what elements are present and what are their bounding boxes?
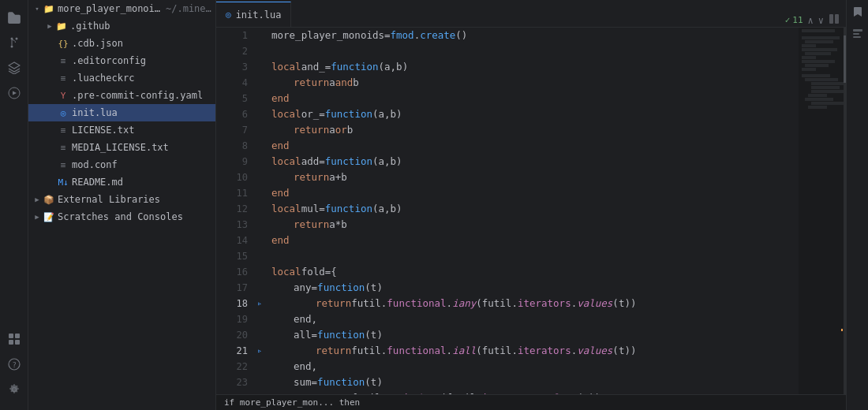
sidebar-item-external-libs[interactable]: ▶ 📦 External Libraries [28, 191, 215, 208]
run-icon[interactable] [3, 82, 25, 104]
fold-gutter: ▹ ▹ ▹ [254, 28, 265, 394]
svg-text:?: ? [12, 361, 16, 369]
code-line-7: return a or b [271, 122, 799, 138]
folder-icon: 📁 [43, 3, 55, 14]
chevron-right-icon: ▶ [32, 211, 43, 222]
tab-label: init.lua [236, 9, 282, 20]
sidebar-item-label: .github [70, 20, 110, 32]
code-line-8: end [271, 138, 799, 154]
layout-icon[interactable] [829, 13, 840, 27]
svg-rect-7 [15, 340, 20, 345]
code-line-4: return a and b [271, 75, 799, 91]
code-line-19: end, [271, 311, 799, 327]
code-line-17: any = function(t) [271, 280, 799, 296]
conf-file-icon: ≡ [57, 159, 69, 170]
sidebar-item-readme[interactable]: M↓ README.md [28, 173, 215, 191]
sidebar-item-init-lua[interactable]: ◎ init.lua [28, 104, 215, 121]
lib-icon: 📦 [43, 194, 55, 205]
git-icon[interactable] [3, 32, 25, 54]
status-text: if more_player_mon... then [224, 397, 360, 408]
code-line-1: more_player_monoids = fmod.create() [271, 28, 799, 43]
structure-icon[interactable] [849, 25, 866, 43]
scratch-icon: 📝 [43, 211, 55, 222]
svg-rect-13 [853, 33, 859, 35]
chevron-right-icon: ▶ [44, 20, 55, 32]
lua-file-icon: ◎ [57, 107, 69, 118]
svg-point-1 [15, 38, 17, 40]
code-line-11: end [271, 185, 799, 201]
sidebar-item-license[interactable]: ≡ LICENSE.txt [28, 121, 215, 139]
sidebar-item-label: README.md [72, 177, 123, 188]
code-line-6: local or_ = function(a, b) [271, 106, 799, 122]
activity-bar-bottom: ? [3, 107, 25, 410]
sidebar-item-media-license[interactable]: ≡ MEDIA_LICENSE.txt [28, 139, 215, 156]
svg-rect-5 [15, 334, 20, 338]
file-icon: ≡ [57, 55, 69, 66]
svg-rect-12 [853, 29, 862, 32]
check-count: 11 [792, 15, 803, 25]
sidebar-item-label: .luacheckrc [72, 73, 134, 84]
txt-file-icon: ≡ [57, 125, 69, 136]
code-line-18: return futil.functional.iany(futil.itera… [271, 296, 799, 311]
file-icon: ≡ [57, 73, 69, 84]
code-line-15 [271, 248, 799, 264]
code-line-20: all = function(t) [271, 327, 799, 343]
layers-icon[interactable] [3, 57, 25, 79]
sidebar-item-github[interactable]: ▶ 📁 .github [28, 17, 215, 35]
sidebar-item-mod-conf[interactable]: ≡ mod.conf [28, 156, 215, 173]
tab-init-lua[interactable]: ◎ init.lua [216, 2, 291, 27]
sidebar-item-label: .editorconfig [72, 55, 146, 66]
external-libs-label: External Libraries [58, 194, 160, 205]
sidebar-item-label: LICENSE.txt [72, 125, 134, 136]
sidebar: ▾ 📁 more_player_monoids ~/.minete ▶ 📁 .g… [28, 0, 216, 410]
minimap [799, 28, 846, 394]
code-line-2 [271, 43, 799, 59]
code-line-5: end [271, 91, 799, 106]
sidebar-item-label: .cdb.json [72, 38, 123, 49]
yaml-file-icon: Y [57, 90, 69, 101]
project-root[interactable]: ▾ 📁 more_player_monoids ~/.minete [28, 0, 215, 17]
help-icon[interactable]: ? [3, 353, 25, 375]
svg-rect-14 [853, 36, 861, 38]
nav-down-icon[interactable]: ∨ [818, 15, 824, 26]
sidebar-item-pre-commit[interactable]: Y .pre-commit-config.yaml [28, 87, 215, 104]
sidebar-item-scratches[interactable]: ▶ 📝 Scratches and Consoles [28, 208, 215, 226]
editor-area: ◎ init.lua ✓ 11 ∧ ∨ 1 2 3 4 [216, 0, 846, 410]
activity-bar: ? [0, 0, 28, 410]
code-line-22: end, [271, 359, 799, 375]
nav-up-icon[interactable]: ∧ [808, 15, 814, 26]
svg-rect-6 [9, 340, 13, 345]
sidebar-item-cdb-json[interactable]: {} .cdb.json [28, 35, 215, 52]
extensions-icon[interactable] [3, 328, 25, 350]
svg-rect-4 [9, 334, 13, 338]
sidebar-item-label: init.lua [72, 107, 118, 118]
sidebar-tree: ▾ 📁 more_player_monoids ~/.minete ▶ 📁 .g… [28, 0, 215, 410]
code-line-13: return a * b [271, 217, 799, 233]
folder-icon[interactable] [3, 6, 25, 28]
right-panel [846, 0, 868, 410]
md-file-icon: M↓ [57, 177, 69, 188]
svg-rect-10 [829, 14, 833, 24]
chevron-right-icon: ▶ [32, 194, 43, 205]
project-label: more_player_monoids [58, 3, 163, 14]
settings-icon[interactable] [3, 378, 25, 401]
code-editor[interactable]: more_player_monoids = fmod.create() loca… [265, 28, 799, 394]
code-line-12: local mul = function(a, b) [271, 201, 799, 217]
sidebar-item-label: MEDIA_LICENSE.txt [72, 142, 169, 153]
json-file-icon: {} [57, 38, 69, 49]
sidebar-item-luacheckrc[interactable]: ≡ .luacheckrc [28, 69, 215, 87]
check-icon: ✓ [785, 15, 791, 25]
code-line-9: local add = function(a, b) [271, 154, 799, 170]
sidebar-item-label: .pre-commit-config.yaml [72, 90, 203, 101]
svg-rect-11 [835, 14, 839, 24]
tab-icon: ◎ [226, 9, 231, 20]
txt-file-icon: ≡ [57, 142, 69, 153]
editor-body: 1 2 3 4 5 6 7 8 9 10 11 12 13 14 15 16 1… [216, 28, 846, 394]
sidebar-item-editorconfig[interactable]: ≡ .editorconfig [28, 52, 215, 69]
editor-tabs: ◎ init.lua ✓ 11 ∧ ∨ [216, 0, 846, 28]
project-path: ~/.minete [166, 3, 215, 14]
bookmarks-icon[interactable] [849, 3, 866, 20]
chevron-down-icon: ▾ [32, 3, 43, 14]
sidebar-item-label: mod.conf [72, 159, 118, 170]
svg-point-2 [10, 46, 13, 48]
